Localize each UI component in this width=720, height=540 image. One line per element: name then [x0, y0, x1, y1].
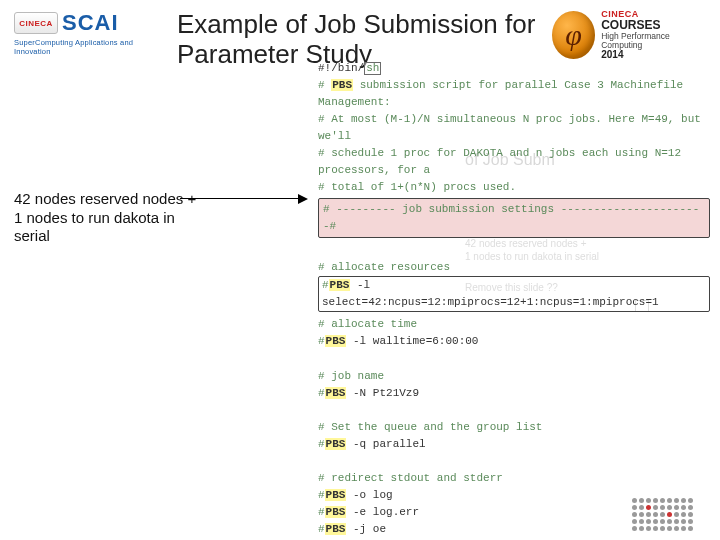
queue-cmd: -q parallel	[346, 438, 425, 450]
comment-4: # total of 1+(n*N) procs used.	[318, 179, 710, 196]
name-cmd: -N Pt21Vz9	[346, 387, 419, 399]
slide-footer: ★ ★ ★ ★ ★ ★ ★ ★ PRACE	[0, 498, 720, 534]
shebang-prefix: #!/bin/	[318, 62, 364, 74]
phi-icon: φ	[552, 11, 595, 59]
pbs-script: #!/bin/sh # PBS submission script for pa…	[318, 60, 710, 540]
pbs-tag: PBS	[329, 279, 351, 291]
time-comment: # allocate time	[318, 316, 710, 333]
comment-2: # At most (M-1)/N simultaneous N proc jo…	[318, 111, 710, 145]
scai-logo: CINECA SCAI SuperComputing Applications …	[14, 10, 169, 65]
redir-comment: # redirect stdout and stderr	[318, 470, 710, 487]
cineca-dots-icon	[632, 498, 702, 532]
scai-name: SCAI	[62, 10, 119, 36]
comment-1: submission script for parallel Case 3 Ma…	[318, 79, 683, 108]
pbs-tag: PBS	[325, 335, 347, 347]
alloc-comment: # allocate resources	[318, 259, 710, 276]
pbs-tag: PBS	[331, 79, 353, 91]
pbs-tag: PBS	[325, 387, 347, 399]
name-comment: # job name	[318, 368, 710, 385]
alloc-cmd: -l select=42:ncpus=12:mpiprocs=12+1:ncpu…	[322, 279, 659, 308]
queue-comment: # Set the queue and the group list	[318, 419, 710, 436]
annotation-arrow	[180, 192, 320, 194]
time-cmd: -l walltime=6:00:00	[346, 335, 478, 347]
comment-hash: #	[318, 79, 325, 91]
comment-3: # schedule 1 proc for DAKOTA and n jobs …	[318, 145, 710, 179]
cineca-badge: CINECA	[14, 12, 58, 34]
courses-line: High Performance Computing	[601, 32, 702, 50]
annotation-line-2: 1 nodes to run dakota in serial	[14, 209, 209, 247]
scai-subtitle: SuperComputing Applications and Innovati…	[14, 38, 169, 56]
section-rule: # --------- job submission settings ----…	[318, 198, 710, 238]
pbs-tag: PBS	[325, 438, 347, 450]
shebang-suffix: sh	[364, 62, 381, 76]
courses-logo: φ CINECA COURSES High Performance Comput…	[552, 10, 702, 60]
